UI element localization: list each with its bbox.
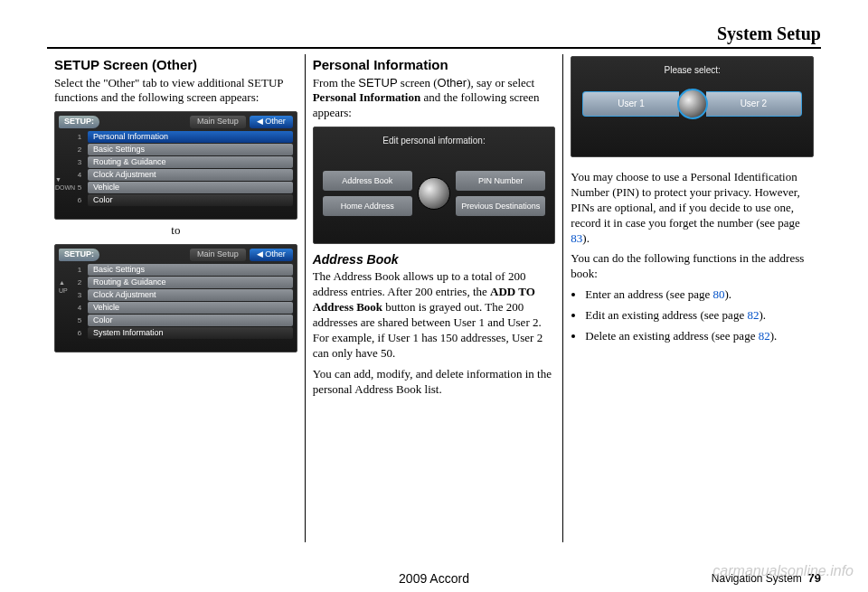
setup-screen-b: SETUP: Main Setup ◀ Other ▲ UP 123456 Ba… (54, 244, 297, 352)
setup-screen-a: SETUP: Main Setup ◀ Other ▼ DOWN 123456 … (54, 111, 297, 220)
tab-main-setup[interactable]: Main Setup (190, 249, 246, 261)
column-3: Please select: User 1 User 2 You may cho… (563, 54, 821, 542)
joystick-dial[interactable] (677, 89, 708, 119)
col1-heading: SETUP Screen (Other) (54, 56, 297, 74)
previous-destinations-button[interactable]: Previous Destinations (456, 196, 545, 216)
pin-number-button[interactable]: PIN Number (456, 171, 545, 191)
menu-basic-settings[interactable]: Basic Settings (88, 144, 293, 155)
address-book-ops: You can add, modify, and delete informat… (313, 367, 556, 398)
page-link-83[interactable]: 83 (571, 231, 582, 245)
home-address-button[interactable]: Home Address (323, 196, 412, 216)
setup-label: SETUP: (59, 116, 99, 128)
column-1: SETUP Screen (Other) Select the "Other" … (47, 54, 306, 542)
menu-clock-adjustment[interactable]: Clock Adjustment (88, 289, 293, 301)
tab-other[interactable]: ◀ Other (250, 249, 293, 261)
address-book-subheading: Address Book (313, 251, 556, 268)
col2-heading: Personal Information (313, 56, 556, 74)
menu-vehicle[interactable]: Vehicle (88, 302, 293, 314)
setup-label: SETUP: (59, 249, 99, 261)
menu-color[interactable]: Color (88, 194, 293, 206)
functions-intro: You can do the following functions in th… (571, 251, 814, 282)
page-link-80[interactable]: 80 (712, 287, 724, 301)
edit-personal-info-screen: Edit personal information: Address Book … (313, 127, 556, 244)
screen-title: Edit personal information: (317, 135, 552, 146)
menu-routing-guidance[interactable]: Routing & Guidance (88, 156, 293, 168)
address-book-button[interactable]: Address Book (323, 171, 412, 191)
content-columns: SETUP Screen (Other) Select the "Other" … (47, 54, 821, 542)
page-link-82[interactable]: 82 (759, 329, 770, 343)
page-link-82[interactable]: 82 (747, 308, 759, 322)
user-2-button[interactable]: User 2 (706, 91, 802, 117)
col2-intro: From the SETUP screen (Other), say or se… (313, 76, 556, 122)
menu-clock-adjustment[interactable]: Clock Adjustment (88, 169, 293, 181)
row-numbers: 123456 (75, 264, 84, 339)
tab-other[interactable]: ◀ Other (250, 116, 293, 128)
pin-paragraph: You may choose to use a Personal Identif… (571, 170, 814, 246)
scroll-indicator: ▼ DOWN (59, 131, 71, 206)
joystick-dial[interactable] (418, 177, 450, 210)
col1-para: Select the "Other" tab to view additiona… (54, 76, 297, 107)
menu-routing-guidance[interactable]: Routing & Guidance (88, 277, 293, 288)
separator-to: to (54, 223, 297, 239)
page-header: System Setup (47, 22, 821, 49)
menu-personal-information[interactable]: Personal Information (88, 131, 293, 143)
column-2: Personal Information From the SETUP scre… (306, 54, 564, 542)
screen-title: Please select: (575, 64, 809, 76)
scroll-indicator: ▲ UP (59, 264, 71, 339)
address-book-desc: The Address Book allows up to a total of… (313, 269, 556, 361)
menu-color[interactable]: Color (88, 315, 293, 326)
list-item: Enter an address (see page 80). (585, 287, 814, 303)
list-item: Delete an existing address (see page 82)… (585, 329, 814, 344)
row-numbers: 123456 (75, 131, 84, 206)
menu-basic-settings[interactable]: Basic Settings (88, 264, 293, 276)
menu-vehicle[interactable]: Vehicle (88, 182, 293, 193)
tab-main-setup[interactable]: Main Setup (190, 116, 246, 128)
please-select-screen: Please select: User 1 User 2 (571, 56, 814, 157)
user-1-button[interactable]: User 1 (582, 91, 678, 117)
list-item: Edit an existing address (see page 82). (585, 308, 814, 324)
functions-list: Enter an address (see page 80). Edit an … (571, 287, 814, 344)
menu-system-information[interactable]: System Information (88, 327, 293, 339)
